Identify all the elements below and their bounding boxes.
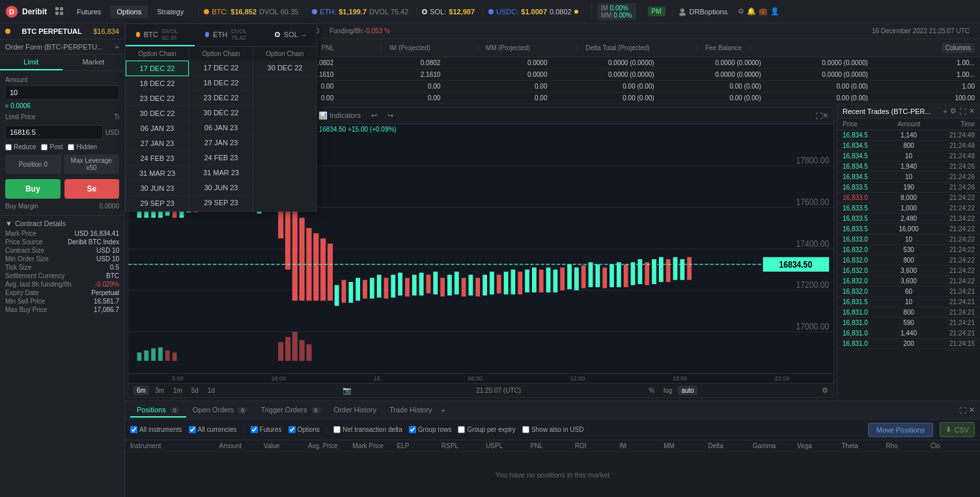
trade-price: 16,832.0: [843, 277, 868, 285]
amount-input[interactable]: [5, 85, 119, 100]
oc-btc-date-6[interactable]: 24 FEB 23: [126, 151, 189, 166]
filter-all-instruments[interactable]: All instruments: [130, 426, 182, 433]
tf-1d[interactable]: 1d: [204, 386, 218, 395]
oc-tab-eth[interactable]: ETH DVOL 75.42: [195, 24, 264, 46]
filter-all-currencies[interactable]: All currencies: [189, 426, 237, 433]
chart-close-icon[interactable]: ✕: [822, 111, 828, 120]
oc-eth-date-3[interactable]: 30 DEC 22: [189, 106, 253, 121]
trades-close-icon[interactable]: ✕: [969, 107, 975, 115]
max-leverage-btn[interactable]: Max Leverage x50: [64, 154, 120, 174]
tab-positions[interactable]: Positions 0: [130, 403, 186, 418]
filter-futures[interactable]: Futures: [251, 426, 282, 433]
scale-pct[interactable]: %: [645, 386, 658, 395]
oc-eth-date-8[interactable]: 30 JUN 23: [189, 180, 253, 195]
filter-group-rows[interactable]: Group rows: [409, 426, 452, 433]
tf-1m[interactable]: 1m: [170, 386, 186, 395]
oc-eth-date-7[interactable]: 31 MAR 23: [189, 165, 253, 180]
tf-6m[interactable]: 6m: [133, 386, 149, 395]
hidden-check[interactable]: Hidden: [68, 143, 97, 150]
grid-icon[interactable]: [55, 7, 65, 17]
oc-btc-date-0[interactable]: 17 DEC 22: [126, 61, 189, 76]
filter-group-expiry[interactable]: Group per expiry: [458, 426, 515, 433]
oc-btc-date-3[interactable]: 30 DEC 22: [126, 106, 189, 121]
strategy-btn[interactable]: Strategy: [150, 5, 190, 18]
limit-price-input[interactable]: [5, 125, 103, 139]
filter-show-usd[interactable]: Show also in USD: [522, 426, 584, 433]
trades-expand-icon[interactable]: ⛶: [959, 107, 966, 115]
svg-rect-41: [300, 218, 305, 300]
order-form-add-btn[interactable]: +: [115, 43, 119, 51]
oc-btc-date-2[interactable]: 23 DEC 22: [126, 91, 189, 106]
tf-5d[interactable]: 5d: [188, 386, 202, 395]
options-btn[interactable]: Options: [110, 5, 148, 18]
reduce-check[interactable]: Reduce: [5, 143, 36, 150]
oc-btc-date-8[interactable]: 30 JUN 23: [126, 181, 189, 196]
col-mm: MM: [664, 442, 708, 449]
futures-btn[interactable]: Futures: [70, 5, 107, 18]
oc-btc-date-1[interactable]: 18 DEC 22: [126, 76, 189, 91]
scale-log[interactable]: log: [660, 386, 675, 395]
delta-label: Delta Total (Projected): [585, 44, 650, 51]
svg-rect-2: [55, 7, 59, 10]
tab-limit[interactable]: Limit: [0, 55, 63, 70]
post-check[interactable]: Post: [41, 143, 63, 150]
wallet-icon[interactable]: 💼: [759, 7, 768, 16]
scale-auto[interactable]: auto: [678, 386, 697, 395]
oc-eth-date-9[interactable]: 29 SEP 23: [189, 195, 253, 210]
oc-btc-date-4[interactable]: 06 JAN 23: [126, 121, 189, 136]
oc-eth-date-5[interactable]: 27 JAN 23: [189, 135, 253, 150]
oc-btc-date-7[interactable]: 31 MAR 23: [126, 166, 189, 181]
svg-rect-47: [342, 280, 346, 303]
chart-indicators-btn[interactable]: 📊 Indicators: [315, 110, 364, 121]
tab-trigger-orders[interactable]: Trigger Orders 0: [254, 403, 327, 418]
oc-close-icon[interactable]: –: [302, 31, 306, 38]
chart-redo-btn[interactable]: ↪: [384, 110, 397, 121]
oc-eth-date-4[interactable]: 06 JAN 23: [189, 121, 253, 135]
notifications-icon[interactable]: 🔔: [747, 7, 756, 16]
chart-change: +15.00 (+0.09%): [348, 126, 397, 133]
tab-market[interactable]: Market: [63, 55, 125, 70]
trades-add-icon[interactable]: +: [944, 107, 947, 115]
bottom-expand-icon[interactable]: ⛶: [959, 406, 966, 414]
col-avg-price: Avg. Price: [308, 442, 352, 449]
trade-row: 16,832.0 530 21:24:22: [837, 245, 980, 255]
chart-expand-icon[interactable]: ⛶: [815, 112, 822, 120]
tf-3m[interactable]: 3m: [152, 386, 167, 395]
chart-undo-btn[interactable]: ↩: [368, 110, 380, 121]
buy-button[interactable]: Buy: [5, 179, 61, 199]
settings-icon[interactable]: ⚙: [738, 7, 744, 16]
timeframe-buttons: 6m 3m 1m 5d 1d: [133, 386, 218, 395]
trades-settings-icon[interactable]: ⚙: [950, 107, 957, 115]
oc-tab-btc[interactable]: BTC DVOL 60.35: [126, 24, 195, 46]
profile-icon[interactable]: 👤: [770, 7, 779, 16]
svg-rect-106: [300, 340, 305, 361]
oc-eth-date-2[interactable]: 23 DEC 22: [189, 91, 253, 106]
oc-btc-date-9[interactable]: 29 SEP 23: [126, 196, 189, 211]
tab-open-orders[interactable]: Open Orders 0: [186, 403, 255, 418]
chart-settings-gear[interactable]: ⚙: [822, 386, 828, 395]
tab-order-history[interactable]: Order History: [328, 403, 383, 418]
oc-btc-date-5[interactable]: 27 JAN 23: [126, 136, 189, 151]
svg-rect-98: [144, 350, 148, 361]
sell-button[interactable]: Se: [64, 179, 120, 199]
tab-trade-history[interactable]: Trade History: [383, 403, 439, 418]
filter-options[interactable]: Options: [288, 426, 320, 433]
oc-eth-date-6[interactable]: 24 FEB 23: [189, 150, 253, 165]
contract-details-header[interactable]: ▼ Contract Details: [5, 220, 119, 227]
svg-rect-82: [589, 263, 593, 287]
amount-hint: ≈ 0.0006: [5, 102, 31, 109]
move-positions-button[interactable]: Move Positions: [868, 423, 934, 437]
bottom-close-icon[interactable]: ✕: [969, 406, 975, 414]
position-btn[interactable]: Position 0: [5, 154, 61, 174]
top-nav: D Deribit Futures Options Strategy BTC: …: [0, 0, 980, 23]
contract-row-funding: Avg. last 8h funding/8h -0.029%: [5, 281, 119, 288]
filter-net-delta[interactable]: Net transaction delta: [333, 426, 402, 433]
columns-toggle-btn[interactable]: Columns: [942, 43, 975, 53]
oc-eth-date-0[interactable]: 17 DEC 22: [189, 61, 253, 76]
oc-tab-sol[interactable]: SOL –: [264, 24, 316, 46]
chart-screenshot-icon[interactable]: 📷: [343, 386, 352, 395]
oc-eth-date-1[interactable]: 18 DEC 22: [189, 76, 253, 91]
oc-sol-date-0[interactable]: 30 DEC 22: [253, 61, 316, 76]
bottom-add-tab-btn[interactable]: +: [441, 406, 445, 414]
csv-download-button[interactable]: ⬇ CSV: [940, 422, 975, 437]
